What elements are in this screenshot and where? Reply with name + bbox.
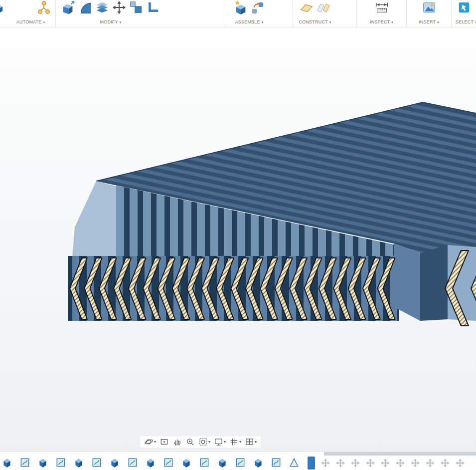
dropdown-caret[interactable]: ▾	[208, 440, 210, 444]
pan-icon[interactable]	[172, 437, 182, 447]
scale-icon[interactable]	[128, 0, 145, 17]
suppressed-move-feature-icon[interactable]	[380, 458, 391, 469]
toolbar-group-label-inspect[interactable]: INSPECT▾	[370, 19, 393, 27]
toolbar-group-select: SELECT▾	[452, 0, 476, 27]
sketch-feature-icon[interactable]	[235, 457, 247, 469]
viewport-canvas[interactable]: ▾▾▾▾▾	[0, 27, 476, 452]
timeline-bar	[0, 452, 476, 470]
suppressed-move-feature-icon[interactable]	[350, 458, 361, 469]
viewports-icon[interactable]: ▾	[245, 437, 257, 447]
view-navigation-bar: ▾▾▾▾▾	[140, 436, 261, 448]
timeline-position-marker[interactable]	[308, 457, 315, 470]
look-at-icon[interactable]	[159, 437, 169, 447]
extrude-feature-icon[interactable]	[181, 457, 193, 469]
toolbar-groups: AUTOMATE▾MODIFY▾ASSEMBLE▾CONSTRUCT▾INSPE…	[6, 0, 476, 27]
press-pull-icon[interactable]	[60, 0, 77, 17]
toolbar-group-label-select[interactable]: SELECT▾	[456, 19, 476, 27]
suppressed-move-feature-icon[interactable]	[320, 458, 331, 469]
suppressed-move-feature-icon[interactable]	[425, 458, 436, 469]
toolbar-group-assemble: ASSEMBLE▾	[226, 0, 293, 27]
suppressed-move-feature-icon[interactable]	[335, 458, 346, 469]
dropdown-caret[interactable]: ▾	[255, 440, 257, 444]
new-component-icon[interactable]	[232, 0, 249, 17]
move-copy-icon[interactable]	[111, 0, 128, 17]
align-icon[interactable]	[145, 0, 161, 17]
sketch-feature-icon[interactable]	[163, 457, 175, 469]
insert-canvas-icon[interactable]	[421, 0, 438, 17]
suppressed-move-feature-icon[interactable]	[455, 458, 466, 469]
extrude-feature-icon[interactable]	[145, 457, 157, 469]
toolbar-group-label-assemble[interactable]: ASSEMBLE▾	[232, 19, 266, 27]
joint-icon[interactable]	[249, 0, 266, 17]
dropdown-caret[interactable]: ▾	[239, 440, 241, 444]
dropdown-caret[interactable]: ▾	[262, 20, 264, 24]
loft-feature-icon[interactable]	[289, 457, 301, 469]
timeline-scrollbar[interactable]	[324, 452, 476, 456]
suppressed-move-feature-icon[interactable]	[440, 458, 451, 469]
suppressed-move-feature-icon[interactable]	[395, 458, 406, 469]
cropped-toolbar-icon[interactable]	[0, 0, 6, 18]
toolbar-group-modify: MODIFY▾	[56, 0, 226, 27]
timeline-features	[1, 457, 470, 470]
display-settings-icon[interactable]: ▾	[214, 437, 226, 447]
extrude-feature-icon[interactable]	[37, 457, 49, 469]
extrude-feature-icon[interactable]	[253, 457, 265, 469]
toolbar-group-inspect: INSPECT▾	[357, 0, 407, 27]
fusion-app: AUTOMATE▾MODIFY▾ASSEMBLE▾CONSTRUCT▾INSPE…	[0, 0, 476, 470]
sketch-feature-icon[interactable]	[271, 457, 283, 469]
zoom-icon[interactable]	[185, 437, 195, 447]
automate-icon[interactable]	[35, 0, 52, 17]
sketch-feature-icon[interactable]	[91, 457, 103, 469]
toolbar: AUTOMATE▾MODIFY▾ASSEMBLE▾CONSTRUCT▾INSPE…	[0, 0, 476, 27]
extrude-feature-icon[interactable]	[73, 457, 85, 469]
toolbar-group-label-automate[interactable]: AUTOMATE▾	[6, 19, 55, 27]
extrude-feature-icon[interactable]	[109, 457, 121, 469]
dropdown-caret[interactable]: ▾	[120, 20, 122, 24]
fillet-icon[interactable]	[77, 0, 94, 17]
extrude-feature-icon[interactable]	[1, 457, 13, 469]
toolbar-group-construct: CONSTRUCT▾	[293, 0, 357, 27]
suppressed-move-feature-icon[interactable]	[365, 458, 376, 469]
select-icon[interactable]	[456, 0, 473, 17]
dropdown-caret[interactable]: ▾	[224, 440, 226, 444]
dropdown-caret[interactable]: ▾	[43, 20, 45, 24]
sketch-feature-icon[interactable]	[55, 457, 67, 469]
toolbar-group-label-construct[interactable]: CONSTRUCT▾	[298, 19, 332, 27]
toolbar-group-label-modify[interactable]: MODIFY▾	[60, 19, 161, 27]
model-finned-solid[interactable]	[0, 27, 476, 452]
dropdown-caret[interactable]: ▾	[437, 20, 439, 24]
dropdown-caret[interactable]: ▾	[391, 20, 393, 24]
measure-icon[interactable]	[373, 0, 390, 17]
grid-snaps-icon[interactable]: ▾	[229, 437, 241, 447]
sketch-feature-icon[interactable]	[127, 457, 139, 469]
sketch-feature-icon[interactable]	[19, 457, 31, 469]
fit-icon[interactable]: ▾	[198, 437, 210, 447]
suppressed-move-feature-icon[interactable]	[410, 458, 421, 469]
shell-icon[interactable]	[94, 0, 111, 17]
sketch-feature-icon[interactable]	[199, 457, 211, 469]
extrude-feature-icon[interactable]	[217, 457, 229, 469]
construct-plane-icon[interactable]	[298, 0, 315, 17]
orbit-icon[interactable]: ▾	[144, 437, 156, 447]
toolbar-group-label-insert[interactable]: INSERT▾	[419, 19, 439, 27]
dropdown-caret[interactable]: ▾	[154, 440, 156, 444]
construct-midplane-icon[interactable]	[315, 0, 332, 17]
toolbar-group-automate: AUTOMATE▾	[6, 0, 56, 27]
dropdown-caret[interactable]: ▾	[329, 20, 331, 24]
toolbar-group-insert: INSERT▾	[407, 0, 452, 27]
